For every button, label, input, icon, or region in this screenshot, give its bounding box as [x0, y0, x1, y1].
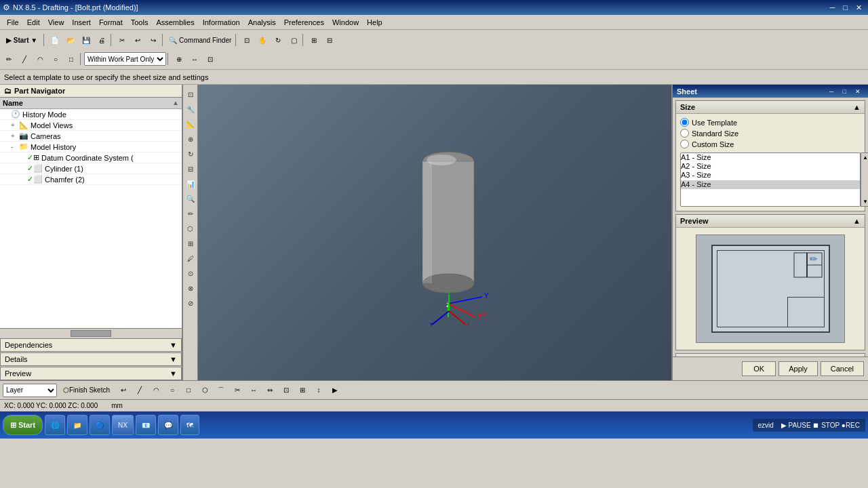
select-button[interactable]: ▢ [286, 33, 301, 47]
arc-tool[interactable]: ◠ [149, 383, 163, 398]
new-button[interactable]: 📄 [47, 33, 62, 47]
tree-item-history-mode[interactable]: 🕐 History Mode [0, 109, 182, 120]
size-a2[interactable]: A2 - Size [681, 162, 860, 171]
start-dropdown[interactable]: ▶ Start ▼ [1, 33, 42, 47]
side-icon-15[interactable]: ⊘ [184, 296, 197, 310]
scroll-down-arrow[interactable]: ▼ [863, 199, 867, 205]
arc-button[interactable]: ◠ [33, 52, 47, 66]
size-list-scrollbar[interactable]: ▲ ▼ [861, 152, 868, 207]
apply-button[interactable]: Apply [778, 361, 818, 376]
menu-information[interactable]: Information [199, 17, 244, 28]
polygon-tool[interactable]: ⬡ [197, 383, 212, 398]
use-template-radio[interactable] [680, 118, 689, 127]
side-icon-14[interactable]: ⊗ [184, 281, 197, 295]
offset-tool[interactable]: ⊡ [279, 383, 294, 398]
expand-cameras[interactable]: + [11, 132, 19, 140]
menu-format[interactable]: Format [95, 17, 127, 28]
side-icon-8[interactable]: 🔍 [184, 192, 197, 205]
preview-section-title[interactable]: Preview ▲ [676, 215, 865, 228]
size-a1[interactable]: A1 - Size [681, 153, 860, 162]
use-template-option[interactable]: Use Template [680, 118, 861, 127]
pattern-tool[interactable]: ⊞ [295, 383, 310, 398]
circle-button[interactable]: ○ [48, 52, 63, 66]
dimension-button[interactable]: ↔ [187, 52, 202, 66]
taskbar-chrome[interactable]: 🔵 [90, 415, 110, 435]
taskbar-ie[interactable]: 🌐 [45, 415, 65, 435]
tree-item-chamfer[interactable]: ✓ ⬜ Chamfer (2) [0, 174, 182, 185]
snap-button[interactable]: ⊕ [172, 52, 186, 66]
taskbar-maps[interactable]: 🗺 [180, 415, 199, 435]
tree-item-model-history[interactable]: - 📁 Model History [0, 142, 182, 152]
tree-item-cameras[interactable]: + 📷 Cameras [0, 131, 182, 142]
command-finder-button[interactable]: 🔍 Command Finder [166, 33, 234, 47]
tree-item-datum[interactable]: ✓ ⊞ Datum Coordinate System ( [0, 152, 182, 163]
custom-size-radio[interactable] [680, 140, 689, 148]
size-a4[interactable]: A4 - Size [681, 180, 860, 189]
size-a3[interactable]: A3 - Size [681, 171, 860, 180]
fillet-tool[interactable]: ⌒ [214, 383, 229, 398]
filter-dropdown[interactable]: Within Work Part Only [84, 52, 166, 66]
preview-section[interactable]: Preview ▼ [0, 367, 182, 380]
menu-help[interactable]: Help [363, 17, 387, 28]
extend-tool[interactable]: ↔ [246, 383, 261, 398]
save-button[interactable]: 💾 [79, 33, 94, 47]
expand-model-views[interactable]: + [11, 121, 19, 129]
menu-tools[interactable]: Tools [127, 17, 153, 28]
layer-dropdown[interactable]: Layer [3, 384, 57, 397]
rect-button[interactable]: □ [64, 52, 79, 66]
tree-h-scroll[interactable] [0, 328, 182, 338]
sketch-button[interactable]: ✏ [1, 52, 16, 66]
taskbar-nx[interactable]: NX [112, 415, 134, 435]
side-icon-12[interactable]: 🖊 [184, 251, 197, 265]
side-icon-9[interactable]: ✏ [184, 207, 197, 220]
taskbar-outlook[interactable]: 📧 [136, 415, 156, 435]
finish-sketch-button[interactable]: ⬡ Finish Sketch [58, 383, 115, 398]
minimize-button[interactable]: ─ [827, 3, 839, 13]
side-icon-11[interactable]: ⊞ [184, 237, 197, 250]
side-icon-10[interactable]: ⬡ [184, 222, 197, 235]
side-icon-7[interactable]: 📊 [184, 177, 197, 190]
menu-analysis[interactable]: Analysis [244, 17, 280, 28]
side-icon-13[interactable]: ⊙ [184, 266, 197, 280]
side-icon-5[interactable]: ↻ [184, 147, 197, 161]
tree-item-cylinder[interactable]: ✓ ⬜ Cylinder (1) [0, 163, 182, 174]
menu-file[interactable]: File [3, 17, 23, 28]
open-button[interactable]: 📂 [63, 33, 78, 47]
undo-button[interactable]: ↩ [130, 33, 145, 47]
dialog-min-button[interactable]: ─ [826, 87, 837, 96]
tree-item-model-views[interactable]: + 📐 Model Views [0, 120, 182, 131]
redo-button[interactable]: ↪ [146, 33, 161, 47]
more-tool[interactable]: ▶ [328, 383, 342, 398]
dependencies-section[interactable]: Dependencies ▼ [0, 338, 182, 352]
dialog-max-button[interactable]: □ [840, 87, 850, 96]
side-icon-1[interactable]: ⊡ [184, 87, 197, 101]
menu-preferences[interactable]: Preferences [280, 17, 328, 28]
standard-size-radio[interactable] [680, 129, 689, 138]
taskbar-explorer[interactable]: 📁 [67, 415, 87, 435]
line-tool[interactable]: ╱ [132, 383, 147, 398]
trim-tool[interactable]: ✂ [230, 383, 245, 398]
start-button[interactable]: ⊞ Start [3, 415, 43, 435]
menu-assemblies[interactable]: Assemblies [152, 17, 198, 28]
more-views-button[interactable]: ⊟ [322, 33, 337, 47]
close-button[interactable]: ✕ [852, 3, 865, 13]
scroll-up-arrow[interactable]: ▲ [863, 155, 867, 161]
rotate-button[interactable]: ↻ [271, 33, 285, 47]
custom-size-option[interactable]: Custom Size [680, 140, 861, 148]
side-icon-2[interactable]: 🔧 [184, 102, 197, 116]
menu-edit[interactable]: Edit [23, 17, 44, 28]
scroll-thumb[interactable] [71, 330, 111, 337]
standard-size-option[interactable]: Standard Size [680, 129, 861, 138]
maximize-button[interactable]: □ [840, 3, 851, 13]
menu-window[interactable]: Window [328, 17, 363, 28]
size-list[interactable]: A1 - Size A2 - Size A3 - Size A4 - Size [680, 152, 861, 207]
size-section-title[interactable]: Size ▲ [676, 101, 865, 114]
details-section[interactable]: Details ▼ [0, 352, 182, 366]
dialog-close-button[interactable]: ✕ [852, 87, 864, 96]
dimension-tool[interactable]: ↕ [311, 383, 326, 398]
line-button[interactable]: ╱ [17, 52, 32, 66]
menu-view[interactable]: View [44, 17, 68, 28]
mirror-tool[interactable]: ⇔ [262, 383, 277, 398]
rect-tool[interactable]: □ [181, 383, 196, 398]
constrain-button[interactable]: ⊡ [203, 52, 218, 66]
